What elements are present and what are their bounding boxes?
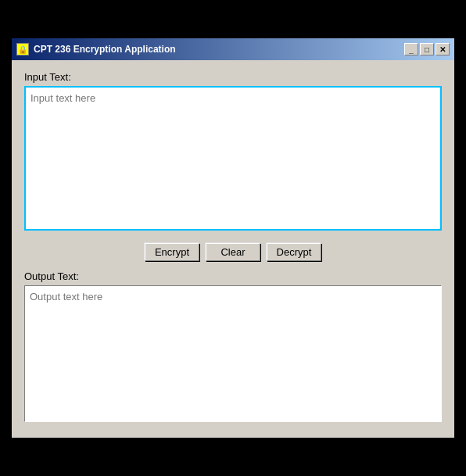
buttons-row: Encrypt Clear Decrypt <box>24 243 442 261</box>
input-label: Input Text: <box>24 71 442 83</box>
input-textarea[interactable] <box>24 86 442 231</box>
decrypt-button[interactable]: Decrypt <box>267 243 321 261</box>
app-icon: 🔒 <box>16 43 29 55</box>
title-bar: 🔒 CPT 236 Encryption Application _ □ ✕ <box>12 38 454 60</box>
close-button[interactable]: ✕ <box>436 43 450 55</box>
maximize-button[interactable]: □ <box>420 43 434 55</box>
output-label: Output Text: <box>24 270 442 282</box>
clear-button[interactable]: Clear <box>206 243 260 261</box>
main-window: 🔒 CPT 236 Encryption Application _ □ ✕ I… <box>10 37 456 439</box>
encrypt-button[interactable]: Encrypt <box>145 243 199 261</box>
title-bar-buttons: _ □ ✕ <box>404 43 450 55</box>
window-title: CPT 236 Encryption Application <box>34 44 176 55</box>
output-textarea[interactable] <box>24 285 442 422</box>
title-bar-left: 🔒 CPT 236 Encryption Application <box>16 43 176 55</box>
window-body: Input Text: Encrypt Clear Decrypt Output… <box>12 60 454 438</box>
minimize-button[interactable]: _ <box>404 43 418 55</box>
